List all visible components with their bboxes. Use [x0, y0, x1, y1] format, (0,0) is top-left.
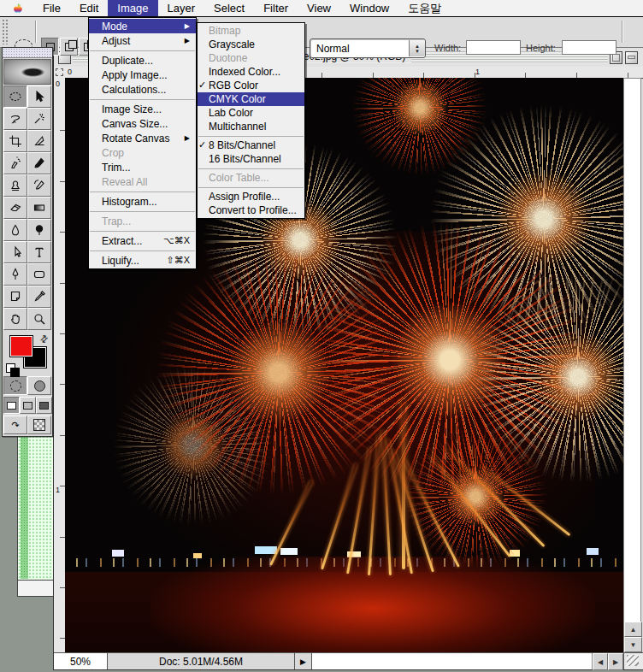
- blur-tool[interactable]: [3, 219, 27, 241]
- menubar-item-view[interactable]: View: [298, 0, 340, 16]
- scroll-up-button[interactable]: ▲: [624, 622, 642, 637]
- image-menu-item-apply-image[interactable]: Apply Image...: [89, 68, 196, 82]
- jump-to-imageready-button[interactable]: ↷: [3, 416, 27, 434]
- image-menu-item-extract[interactable]: Extract...⌥⌘X: [89, 233, 196, 248]
- elliptical-marquee-tool[interactable]: [3, 85, 27, 108]
- scroll-left-button[interactable]: ◀: [593, 653, 608, 670]
- status-popup-button[interactable]: ▶: [295, 653, 312, 669]
- gradient-tool[interactable]: [27, 197, 51, 219]
- scroll-right-button[interactable]: ▶: [608, 653, 623, 670]
- history-brush-tool[interactable]: [27, 174, 51, 197]
- mode-menu-item-rgb-color[interactable]: ✓RGB Color: [198, 79, 304, 92]
- submenu-arrow-icon: ▶: [185, 22, 190, 30]
- mode-menu-item-convert-to-profile[interactable]: Convert to Profile...: [198, 203, 304, 217]
- image-menu-item-calculations[interactable]: Calculations...: [89, 82, 196, 97]
- mode-menu-item-label: Lab Color: [209, 107, 253, 119]
- eyedropper-tool[interactable]: [27, 286, 51, 308]
- mode-menu-item-duotone: Duotone: [198, 51, 304, 65]
- standard-screen-icon: [7, 402, 16, 410]
- paintbrush-tool[interactable]: [27, 152, 51, 174]
- imageready-button[interactable]: [27, 416, 51, 434]
- image-menu-item-canvas-size[interactable]: Canvas Size...: [89, 116, 196, 131]
- slice-tool[interactable]: [27, 130, 51, 152]
- vruler-label-0: 0: [56, 80, 60, 88]
- move-tool[interactable]: [27, 85, 51, 108]
- menubar-item-filter[interactable]: Filter: [254, 0, 298, 16]
- type-tool[interactable]: [27, 241, 51, 263]
- clone-stamp-tool[interactable]: [3, 174, 27, 197]
- foreground-color-swatch[interactable]: [9, 335, 33, 357]
- menubar-item-image[interactable]: Image: [108, 0, 157, 16]
- default-colors-icon[interactable]: [6, 363, 15, 373]
- mode-menu-item-multichannel[interactable]: Multichannel: [198, 120, 304, 133]
- city-building: [280, 548, 298, 555]
- ruler-origin[interactable]: [54, 67, 66, 79]
- zoom-tool[interactable]: [27, 308, 51, 330]
- add-to-selection-button[interactable]: [60, 38, 78, 56]
- mode-menu-item-assign-profile[interactable]: Assign Profile...: [198, 190, 304, 203]
- menubar-item-edit[interactable]: Edit: [70, 0, 108, 16]
- rounded-rect-tool[interactable]: [27, 263, 51, 286]
- eraser-tool[interactable]: [3, 197, 27, 219]
- horizontal-scroll-arrows: ◀ ▶: [592, 653, 623, 669]
- image-menu-item-histogram[interactable]: Histogram...: [89, 194, 196, 209]
- vertical-scrollbar[interactable]: ▲ ▼: [623, 78, 641, 653]
- style-dropdown[interactable]: Normal ▲▼: [310, 38, 426, 58]
- swap-colors-icon[interactable]: ⇄: [38, 333, 51, 346]
- collapse-box[interactable]: [625, 51, 638, 64]
- notes-tool[interactable]: [3, 286, 27, 308]
- slice-icon: [32, 134, 46, 148]
- mode-menu-item-8-bits-channel[interactable]: ✓8 Bits/Channel: [198, 139, 304, 152]
- airbrush-tool[interactable]: [3, 152, 27, 174]
- toolbox-titlebar[interactable]: [3, 48, 52, 58]
- menubar-item-file[interactable]: File: [33, 0, 70, 16]
- image-menu-item-image-size[interactable]: Image Size...: [89, 102, 196, 116]
- path-select-tool[interactable]: [3, 241, 27, 263]
- lasso-tool[interactable]: [3, 108, 27, 130]
- magic-wand-tool[interactable]: [27, 108, 51, 130]
- mode-menu-item-indexed-color[interactable]: Indexed Color...: [198, 65, 304, 79]
- options-separator: [35, 21, 36, 43]
- standard-mode-button[interactable]: [3, 376, 27, 395]
- stepper-icon[interactable]: ▲▼: [409, 40, 425, 56]
- image-menu-item-trim[interactable]: Trim...: [89, 160, 196, 174]
- horizontal-scrollbar[interactable]: [312, 653, 592, 669]
- image-menu-item-label: Adjust: [102, 35, 130, 47]
- quick-mask-button[interactable]: [27, 376, 51, 395]
- mode-menu-item-16-bits-channel[interactable]: 16 Bits/Channel: [198, 152, 304, 166]
- mode-menu-item-bitmap: Bitmap: [198, 24, 304, 38]
- ruler-origin-icon: [56, 68, 63, 76]
- desktop: Simple free02.jpg @ 50% (RGB) 0 1 0 1: [0, 0, 643, 672]
- image-menu-item-rotate-canvas[interactable]: Rotate Canvas▶: [89, 131, 196, 145]
- image-menu-item-label: Extract...: [102, 235, 142, 247]
- hand-tool[interactable]: [3, 308, 27, 330]
- standard-screen-button[interactable]: [3, 397, 20, 414]
- magic-wand-icon: [32, 112, 46, 126]
- window-resize-grip[interactable]: [623, 653, 643, 669]
- zoom-level-field[interactable]: 50%: [54, 653, 108, 669]
- apple-menu[interactable]: [0, 0, 33, 16]
- style-dropdown-value: Normal: [310, 43, 409, 55]
- image-menu-item-adjust[interactable]: Adjust▶: [89, 33, 196, 48]
- image-menu-item-liquify[interactable]: Liquify...⇧⌘X: [89, 253, 196, 268]
- crop-tool[interactable]: [3, 130, 27, 152]
- image-menu-item-duplicate[interactable]: Duplicate...: [89, 53, 196, 68]
- menubar-item-select[interactable]: Select: [204, 0, 254, 16]
- pen-tool[interactable]: [3, 263, 27, 286]
- mode-menu-item-cmyk-color[interactable]: CMYK Color: [198, 92, 304, 106]
- options-bar-grip[interactable]: [2, 19, 9, 44]
- mode-menu-item-grayscale[interactable]: Grayscale: [198, 38, 304, 51]
- mode-menu-item-lab-color[interactable]: Lab Color: [198, 106, 304, 120]
- dodge-tool[interactable]: [27, 219, 51, 241]
- image-menu-item-mode[interactable]: Mode▶: [89, 19, 196, 33]
- background-window-scrollbar[interactable]: [18, 580, 54, 596]
- menubar-item-layer[interactable]: Layer: [158, 0, 205, 16]
- menubar-item-도움말[interactable]: 도움말: [398, 0, 451, 16]
- fullscreen-button[interactable]: [36, 397, 52, 414]
- width-input[interactable]: [466, 40, 521, 55]
- fullscreen-menubar-button[interactable]: [20, 397, 36, 414]
- height-input[interactable]: [562, 40, 616, 55]
- menubar-item-window[interactable]: Window: [340, 0, 398, 16]
- image-menu-item-label: Histogram...: [102, 196, 157, 208]
- scroll-down-button[interactable]: ▼: [624, 637, 642, 652]
